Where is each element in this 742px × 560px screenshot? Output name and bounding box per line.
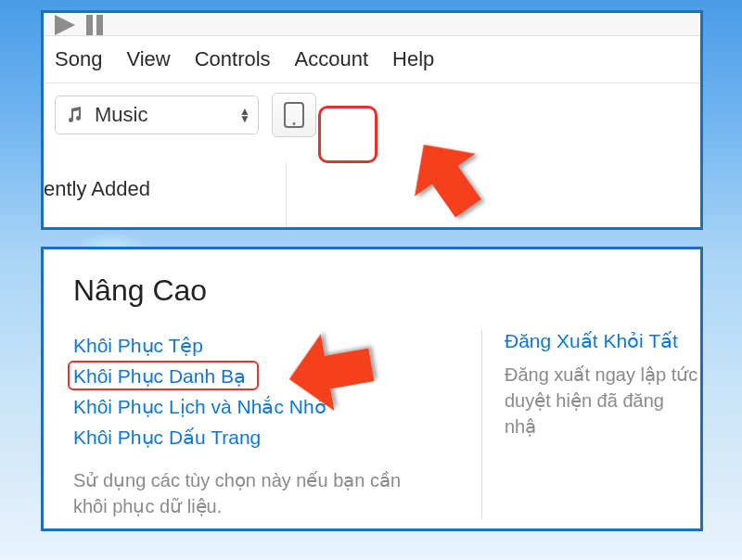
menu-help[interactable]: Help	[392, 47, 434, 71]
svg-marker-0	[55, 15, 75, 35]
link-restore-contacts[interactable]: Khôi Phục Danh Bạ	[73, 361, 246, 391]
menu-account[interactable]: Account	[295, 47, 369, 71]
device-button[interactable]	[272, 93, 316, 137]
signout-description: Đăng xuất ngay lập tức duyệt hiện đã đăn…	[505, 362, 700, 439]
menu-view[interactable]: View	[126, 47, 170, 71]
restore-description: Sử dụng các tùy chọn này nếu bạn cần khô…	[73, 467, 435, 519]
library-selector[interactable]: Music ▲▼	[55, 95, 259, 134]
restore-link-list: Khôi Phục Tệp Khôi Phục Danh Bạ Khôi Phụ…	[73, 330, 481, 452]
svg-point-4	[293, 122, 296, 125]
section-title-advanced: Nâng Cao	[73, 274, 700, 308]
svg-rect-1	[86, 15, 93, 35]
menu-bar: Song View Controls Account Help	[44, 36, 700, 83]
menu-song[interactable]: Song	[55, 47, 102, 71]
ipad-device-icon	[284, 102, 304, 128]
link-restore-files[interactable]: Khôi Phục Tệp	[73, 330, 203, 361]
chevron-up-down-icon: ▲▼	[239, 108, 250, 122]
library-selector-label: Music	[95, 103, 147, 127]
toolbar: Music ▲▼	[44, 83, 700, 146]
svg-rect-2	[96, 15, 103, 35]
menu-controls[interactable]: Controls	[195, 47, 271, 71]
itunes-window-fragment: Song View Controls Account Help Music ▲▼…	[41, 10, 703, 230]
music-note-icon	[65, 106, 83, 124]
signout-column: Đăng Xuất Khỏi Tất Đăng xuất ngay lập tứ…	[481, 330, 700, 519]
icloud-advanced-panel: Nâng Cao Khôi Phục Tệp Khôi Phục Danh Bạ…	[41, 247, 703, 531]
sidebar-item-recently-added[interactable]: ently Added	[44, 177, 286, 201]
link-restore-bookmarks[interactable]: Khôi Phục Dấu Trang	[73, 422, 261, 452]
playback-controls-fragment	[55, 15, 110, 35]
link-restore-calendar[interactable]: Khôi Phục Lịch và Nhắc Nhớ	[73, 391, 326, 422]
sidebar-fragment: ently Added	[44, 162, 287, 227]
restore-column: Khôi Phục Tệp Khôi Phục Danh Bạ Khôi Phụ…	[73, 330, 481, 519]
link-signout-all[interactable]: Đăng Xuất Khỏi Tất	[505, 330, 678, 351]
title-bar-fragment	[44, 13, 700, 36]
